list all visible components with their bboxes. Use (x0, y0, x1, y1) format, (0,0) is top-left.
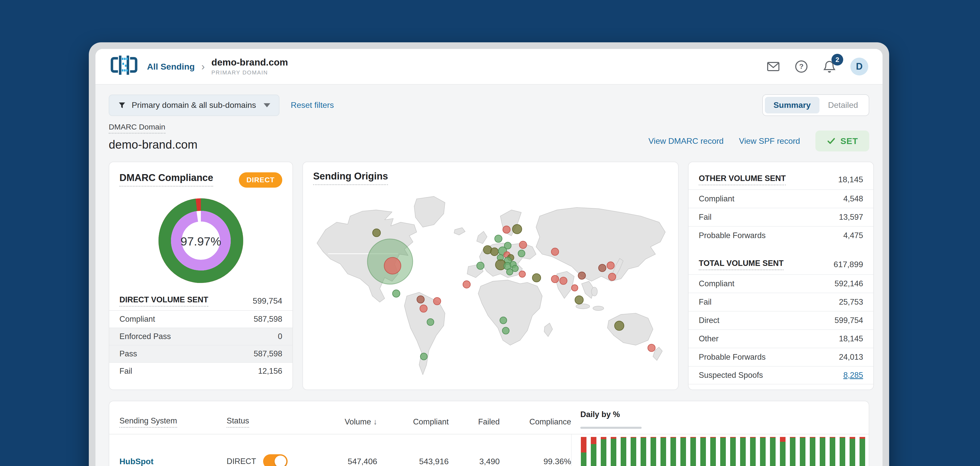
donut-center-value: 97.97% (158, 198, 244, 284)
compliance-card-title: DMARC Compliance (119, 172, 213, 187)
daily-bar (581, 437, 587, 466)
origin-dot[interactable] (393, 290, 400, 297)
volume-stat-row: Probable Forwards24,013 (689, 348, 873, 366)
view-spf-record-link[interactable]: View SPF record (739, 136, 800, 146)
daily-bar (820, 437, 825, 466)
origin-dot[interactable] (500, 317, 507, 324)
origin-dot[interactable] (490, 248, 498, 256)
top-header: All Sending › demo-brand.com PRIMARY DOM… (95, 49, 883, 85)
origin-dot[interactable] (519, 241, 527, 249)
volume-section-header: TOTAL VOLUME SENT617,899 (689, 253, 873, 274)
daily-bar (601, 437, 606, 466)
tab-detailed[interactable]: Detailed (819, 97, 867, 113)
origin-dot[interactable] (607, 262, 614, 269)
app-window: All Sending › demo-brand.com PRIMARY DOM… (89, 42, 889, 466)
origin-dot[interactable] (598, 264, 606, 272)
origin-dot[interactable] (551, 248, 558, 255)
avatar[interactable]: D (850, 58, 868, 76)
domain-filter-dropdown[interactable]: Primary domain & all sub-domains (109, 95, 280, 116)
daily-bar (660, 437, 666, 466)
compliant-value: 543,916 (377, 457, 449, 466)
origin-dot[interactable] (608, 273, 616, 281)
world-map (307, 193, 674, 387)
origin-dot[interactable] (463, 281, 470, 288)
origin-dot[interactable] (519, 271, 525, 277)
origin-dot[interactable] (417, 296, 425, 303)
col-failed[interactable]: Failed (449, 417, 500, 426)
origin-dot[interactable] (560, 277, 567, 284)
cards-row: DMARC Compliance DIRECT 97.97% (109, 162, 869, 390)
sending-system-link[interactable]: HubSpot (119, 457, 227, 466)
origin-dot[interactable] (551, 275, 558, 283)
status-toggle[interactable] (263, 454, 288, 466)
origin-dot[interactable] (532, 274, 541, 282)
daily-bar (690, 437, 696, 466)
origin-dot[interactable] (372, 229, 380, 237)
daily-bar (641, 437, 646, 466)
origin-dot[interactable] (495, 235, 502, 243)
view-dmarc-record-link[interactable]: View DMARC record (649, 136, 724, 146)
origin-dot[interactable] (507, 269, 513, 275)
current-domain-type: PRIMARY DOMAIN (211, 69, 288, 76)
origin-dot[interactable] (518, 250, 525, 257)
mail-icon[interactable] (766, 59, 780, 74)
daily-bar (780, 437, 786, 466)
origin-dot[interactable] (477, 262, 484, 269)
origin-dot[interactable] (503, 226, 510, 233)
origin-dot[interactable] (614, 321, 624, 330)
daily-bar (800, 437, 805, 466)
compliance-card-header: DMARC Compliance DIRECT (109, 162, 293, 188)
daily-bar (591, 437, 597, 466)
direct-volume-label: DIRECT VOLUME SENT (119, 295, 208, 307)
breadcrumb-current: demo-brand.com PRIMARY DOMAIN (211, 57, 288, 76)
sending-origins-title: Sending Origins (313, 171, 388, 185)
daily-scrollbar[interactable] (580, 427, 641, 429)
filter-row: Primary domain & all sub-domains Reset f… (109, 94, 869, 116)
current-domain-name: demo-brand.com (211, 57, 288, 68)
direct-badge: DIRECT (239, 172, 282, 188)
origin-dot[interactable] (433, 298, 441, 305)
dmarc-set-status[interactable]: SET (815, 130, 869, 151)
compliance-stat-row: Enforced Pass0 (109, 328, 293, 345)
volume-stat-row: Probable Forwards4,475 (689, 226, 873, 244)
daily-bar (700, 437, 706, 466)
suspected-spoofs-link[interactable]: 8,285 (843, 371, 863, 380)
dmarc-compliance-card: DMARC Compliance DIRECT 97.97% (109, 162, 293, 390)
origin-dot[interactable] (502, 327, 509, 334)
origin-dot[interactable] (384, 257, 401, 274)
volume-stat-row: Compliant592,146 (689, 274, 873, 293)
daily-bar (760, 437, 765, 466)
app-surface: All Sending › demo-brand.com PRIMARY DOM… (95, 49, 883, 466)
origin-dot[interactable] (420, 353, 427, 360)
volume-value: 547,406 (301, 457, 377, 466)
origin-dot[interactable] (575, 296, 584, 304)
compliance-stat-row: Pass587,598 (109, 345, 293, 362)
origin-dot[interactable] (427, 319, 434, 325)
origin-dot[interactable] (420, 305, 427, 312)
origin-dot[interactable] (512, 224, 522, 234)
compliance-value: 99.36% (500, 457, 571, 466)
compliance-stat-row: Compliant587,598 (109, 310, 293, 328)
col-compliant[interactable]: Compliant (377, 417, 449, 426)
notification-badge[interactable]: 2 (832, 54, 843, 65)
daily-bar (670, 437, 676, 466)
domain-block: DMARC Domain demo-brand.com (109, 123, 197, 151)
origin-dot[interactable] (571, 285, 578, 291)
chevron-down-icon (264, 103, 270, 107)
direct-volume-value: 599,754 (253, 296, 282, 306)
tab-summary[interactable]: Summary (765, 97, 819, 113)
reset-filters-link[interactable]: Reset filters (291, 100, 334, 110)
col-status[interactable]: Status (227, 416, 301, 428)
volume-stat-row: Other18,145 (689, 330, 873, 348)
col-compliance[interactable]: Compliance (500, 417, 571, 426)
daily-bars-cell (571, 434, 865, 466)
col-volume[interactable]: Volume ↓ (301, 417, 377, 426)
breadcrumb-all-sending[interactable]: All Sending (147, 62, 195, 71)
origin-dot[interactable] (648, 344, 655, 352)
volume-stat-row: Direct599,754 (689, 311, 873, 330)
view-toggle: Summary Detailed (762, 94, 869, 116)
help-icon[interactable]: ? (794, 59, 808, 74)
origin-dot[interactable] (578, 272, 585, 279)
col-sending-system[interactable]: Sending System (119, 416, 227, 428)
bell-icon[interactable]: 2 (822, 59, 837, 74)
